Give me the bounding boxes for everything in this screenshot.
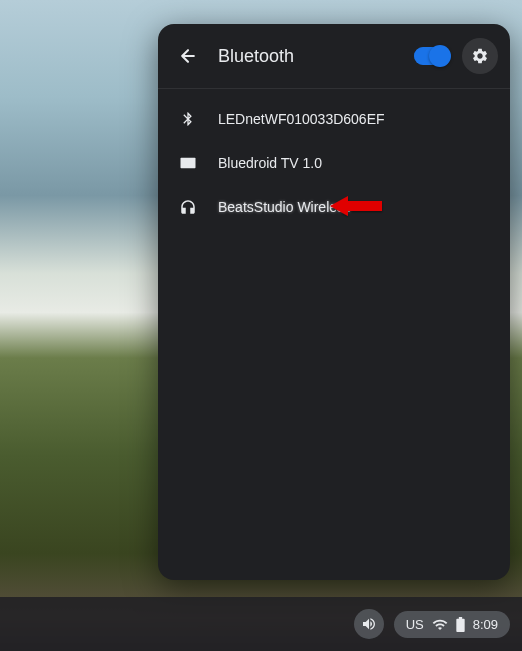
- device-item-1[interactable]: Bluedroid TV 1.0: [158, 141, 510, 185]
- settings-button[interactable]: [462, 38, 498, 74]
- headphones-icon: [178, 197, 198, 217]
- device-item-0[interactable]: LEDnetWF010033D606EF: [158, 97, 510, 141]
- back-button[interactable]: [170, 38, 206, 74]
- clock: 8:09: [473, 617, 498, 632]
- device-name-label: BeatsStudio Wireless: [218, 199, 351, 215]
- svg-rect-0: [181, 158, 196, 169]
- battery-icon: [456, 617, 465, 632]
- bluetooth-icon: [178, 109, 198, 129]
- status-tray[interactable]: US 8:09: [394, 611, 510, 638]
- device-name-label: LEDnetWF010033D606EF: [218, 111, 385, 127]
- device-name-label: Bluedroid TV 1.0: [218, 155, 322, 171]
- display-icon: [178, 153, 198, 173]
- wifi-icon: [432, 618, 448, 630]
- arrow-back-icon: [178, 46, 198, 66]
- panel-title: Bluetooth: [218, 46, 402, 67]
- panel-header: Bluetooth: [158, 24, 510, 89]
- sound-button[interactable]: [354, 609, 384, 639]
- gear-icon: [471, 47, 489, 65]
- bluetooth-panel: Bluetooth LEDnetWF010033D606EF: [158, 24, 510, 580]
- volume-icon: [361, 616, 377, 632]
- device-list: LEDnetWF010033D606EF Bluedroid TV 1.0 Be…: [158, 89, 510, 237]
- keyboard-indicator: US: [406, 617, 424, 632]
- shelf: US 8:09: [0, 597, 522, 651]
- device-item-2[interactable]: BeatsStudio Wireless: [158, 185, 510, 229]
- bluetooth-toggle[interactable]: [414, 47, 450, 65]
